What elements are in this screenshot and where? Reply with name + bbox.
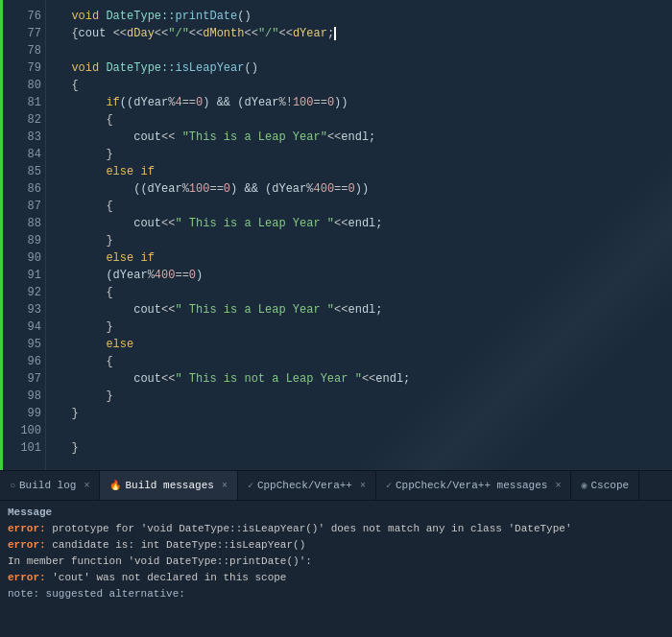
code-token: ! <box>286 96 293 109</box>
tab-close-button[interactable]: × <box>222 481 228 491</box>
code-token <box>58 372 133 386</box>
message-line: error: 'cout' was not declared in this s… <box>8 570 664 586</box>
code-token <box>58 269 106 282</box>
tab-build-log[interactable]: ○Build log× <box>0 471 100 500</box>
code-token: "This is a Leap Year" <box>182 130 327 144</box>
code-token: ) && (dYear <box>230 182 306 196</box>
code-token: } <box>71 441 78 455</box>
message-line: error: candidate is: int DateType::isLea… <box>8 537 664 554</box>
code-token <box>58 130 133 144</box>
code-token <box>58 165 106 178</box>
code-line: else if <box>58 163 664 180</box>
tab-close-button[interactable]: × <box>84 481 89 491</box>
code-token <box>58 338 106 351</box>
tab-cppcheck/vera++-messages[interactable]: ✓CppCheck/Vera++ messages× <box>376 471 571 500</box>
code-token: << <box>334 303 348 317</box>
line-number: 95 <box>8 336 41 353</box>
code-token: () <box>244 61 257 75</box>
code-token: << <box>279 27 293 40</box>
code-line: } <box>58 405 664 422</box>
line-number: 85 <box>8 163 41 180</box>
code-line: } <box>58 146 664 163</box>
code-line: { <box>58 284 664 301</box>
line-number: 101 <box>8 439 41 457</box>
line-number: 89 <box>8 232 41 249</box>
message-line: In member function 'void DateType::print… <box>8 554 664 570</box>
code-token: endl <box>375 372 403 386</box>
code-token <box>58 234 106 248</box>
error-label: error: <box>8 539 46 551</box>
text-cursor <box>334 27 336 40</box>
code-token: dYear <box>293 27 327 40</box>
code-token: cout <box>133 217 161 230</box>
tab-label: CppCheck/Vera++ messages <box>396 480 547 491</box>
code-token: )) <box>334 96 348 109</box>
code-token: void <box>71 10 106 23</box>
code-token: % <box>182 182 189 196</box>
line-number: 99 <box>8 405 41 422</box>
code-token: else if <box>106 165 154 178</box>
tab-cscope[interactable]: ◉Cscope <box>571 471 639 500</box>
code-token: ; <box>403 372 410 386</box>
line-number: 78 <box>8 42 41 59</box>
code-token <box>58 251 106 265</box>
code-token: )) <box>355 182 369 196</box>
messages-panel: Messageerror: prototype for 'void DateTy… <box>0 501 672 637</box>
line-number: 93 <box>8 301 41 318</box>
green-border-accent <box>0 0 3 470</box>
line-number: 96 <box>8 353 41 370</box>
code-line: else if <box>58 249 664 267</box>
code-token: dMonth <box>203 27 244 40</box>
code-token: } <box>71 407 78 420</box>
code-token: ; <box>375 303 382 317</box>
line-number: 91 <box>8 267 41 284</box>
tab-build-messages[interactable]: 🔥Build messages× <box>100 471 237 500</box>
code-editor: 7677787980818283848586878889909192939495… <box>0 0 672 470</box>
code-token: << <box>334 217 348 230</box>
code-token: << <box>161 303 175 317</box>
tab-label: CppCheck/Vera++ <box>257 480 352 491</box>
code-token: { <box>71 27 78 40</box>
code-token: 100 <box>293 96 314 109</box>
code-token <box>58 200 106 213</box>
code-area: 7677787980818283848586878889909192939495… <box>0 0 672 470</box>
code-token: << <box>155 27 168 40</box>
code-line: } <box>58 318 664 336</box>
code-token <box>58 182 133 196</box>
tab-label: Build log <box>19 480 76 491</box>
code-token: << <box>161 130 182 144</box>
code-token: == <box>175 269 188 282</box>
tab-close-button[interactable]: × <box>555 481 561 491</box>
code-line <box>58 422 664 439</box>
tab-close-button[interactable]: × <box>360 481 366 491</box>
code-token: cout <box>79 27 113 40</box>
tab-cppcheck/vera++[interactable]: ✓CppCheck/Vera++× <box>238 471 376 500</box>
code-token <box>58 303 133 317</box>
line-number: 86 <box>8 180 41 198</box>
code-line: { <box>58 77 664 94</box>
code-token: == <box>334 182 348 196</box>
code-content[interactable]: void DateType::printDate() {cout <<dDay<… <box>46 0 672 470</box>
code-line <box>58 42 664 59</box>
code-token: { <box>106 286 112 299</box>
code-line: ((dYear%100==0) && (dYear%400==0)) <box>58 180 664 198</box>
code-token <box>58 96 106 109</box>
code-token: () <box>237 10 251 23</box>
line-number: 88 <box>8 215 41 232</box>
code-token: isLeapYear <box>175 61 244 75</box>
message-line: error: prototype for 'void DateType::isL… <box>8 521 664 537</box>
line-number: 100 <box>8 422 41 439</box>
code-token <box>58 148 106 161</box>
code-line: else <box>58 336 664 353</box>
code-token: << <box>189 27 203 40</box>
line-number: 98 <box>8 388 41 405</box>
code-token: << <box>113 27 127 40</box>
code-token: "/" <box>168 27 189 40</box>
line-number: 79 <box>8 59 41 77</box>
line-number: 92 <box>8 284 41 301</box>
code-token: << <box>362 372 375 386</box>
code-token: ) <box>196 269 203 282</box>
tab-label: Build messages <box>125 480 213 491</box>
message-line: note: suggested alternative: <box>8 586 664 602</box>
code-token: ; <box>375 217 382 230</box>
